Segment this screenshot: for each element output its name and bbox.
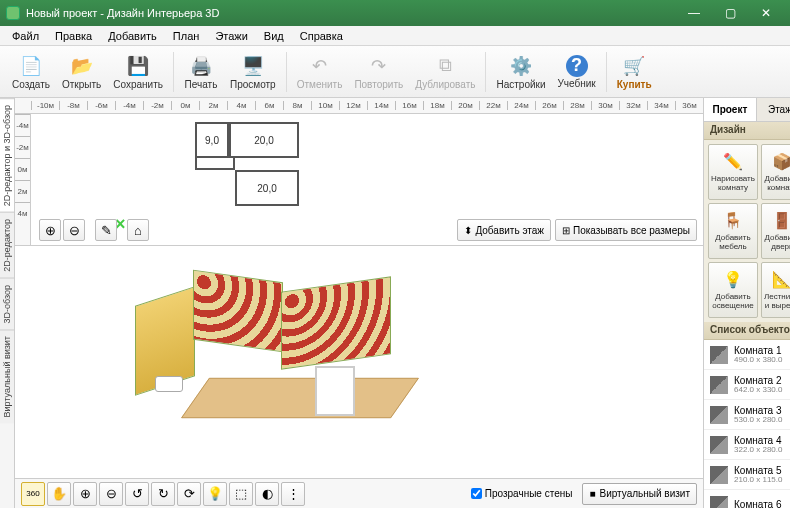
- object-row[interactable]: Комната 6👁: [704, 490, 790, 508]
- object-list: Комната 1490.0 x 380.0👁Комната 2642.0 x …: [704, 340, 790, 508]
- maximize-button[interactable]: ▢: [712, 3, 748, 23]
- room-2d[interactable]: 20,0: [235, 170, 299, 206]
- view-tool-2[interactable]: ⊕: [73, 482, 97, 506]
- vtab-0[interactable]: 2D-редактор и 3D-обзор: [0, 98, 14, 212]
- cube-icon: [710, 346, 728, 364]
- plan-tool-5[interactable]: ⌂: [127, 219, 149, 241]
- plan-tool-3[interactable]: ✎: [95, 219, 117, 241]
- virtual-visit-button[interactable]: ■Виртуальный визит: [582, 483, 697, 505]
- menu-bar: ФайлПравкаДобавитьПланЭтажиВидСправка: [0, 26, 790, 46]
- room-2d[interactable]: 9,0: [195, 122, 229, 158]
- help-icon: ?: [566, 55, 588, 77]
- side-tabs: 2D-редактор и 3D-обзор2D-редактор3D-обзо…: [0, 98, 15, 508]
- object-row[interactable]: Комната 1490.0 x 380.0👁: [704, 340, 790, 370]
- plan-tool-0[interactable]: ⊕: [39, 219, 61, 241]
- design-btn-7[interactable]: 📐Лестницы и вырезы: [761, 262, 790, 318]
- cube-icon: [710, 466, 728, 484]
- menu-Добавить[interactable]: Добавить: [100, 28, 165, 44]
- camera-icon: ■: [589, 488, 595, 499]
- menu-Вид[interactable]: Вид: [256, 28, 292, 44]
- design-btn-3[interactable]: 🪑Добавить мебель: [708, 203, 758, 259]
- object-row[interactable]: Комната 5210.0 x 115.0👁: [704, 460, 790, 490]
- cube-icon: [710, 496, 728, 509]
- settings-icon: ⚙️: [509, 54, 533, 78]
- object-row[interactable]: Комната 3530.0 x 280.0👁: [704, 400, 790, 430]
- toolbar-settings-button[interactable]: ⚙️Настройки: [490, 52, 551, 92]
- new-icon: 📄: [19, 54, 43, 78]
- view-tool-8[interactable]: ⬚: [229, 482, 253, 506]
- plan-tools: ⊕⊖✎⌂: [39, 219, 149, 241]
- floorplan[interactable]: 9,020,020,0: [195, 122, 335, 212]
- menu-План[interactable]: План: [165, 28, 208, 44]
- design-grid: ✏️Нарисовать комнату📦Добавить комнату🧱На…: [704, 140, 790, 322]
- rtab-Этажи[interactable]: Этажи: [757, 98, 790, 121]
- undo-icon: ↶: [308, 54, 332, 78]
- view-tool-4[interactable]: ↺: [125, 482, 149, 506]
- toolbar-undo-button[interactable]: ↶Отменить: [291, 52, 349, 92]
- design-icon-3: 🪑: [722, 210, 744, 232]
- view-tool-7[interactable]: 💡: [203, 482, 227, 506]
- minimize-button[interactable]: —: [676, 3, 712, 23]
- menu-Справка[interactable]: Справка: [292, 28, 351, 44]
- object-row[interactable]: Комната 2642.0 x 330.0👁: [704, 370, 790, 400]
- add-floor-button[interactable]: ⬍Добавить этаж: [457, 219, 551, 241]
- vtab-3[interactable]: Виртуальный визит: [0, 329, 14, 423]
- title-bar: Новый проект - Дизайн Интерьера 3D — ▢ ✕: [0, 0, 790, 26]
- toolbar-preview-button[interactable]: 🖥️Просмотр: [224, 52, 282, 92]
- bottom-toolbar: 360✋⊕⊖↺↻⟳💡⬚◐⋮Прозрачные стены■Виртуальны…: [15, 478, 703, 508]
- show-dimensions-button[interactable]: ⊞Показывать все размеры: [555, 219, 697, 241]
- toolbar-save-button[interactable]: 💾Сохранить: [107, 52, 169, 92]
- plan-2d-view[interactable]: -4м-2м0м2м4м 9,020,020,0 × ⊕⊖✎⌂ ⬍Добавит…: [15, 114, 703, 246]
- view-tool-6[interactable]: ⟳: [177, 482, 201, 506]
- cube-icon: [710, 436, 728, 454]
- design-btn-4[interactable]: 🚪Добавить дверь: [761, 203, 790, 259]
- view-tool-3[interactable]: ⊖: [99, 482, 123, 506]
- ruler-vertical: -4м-2м0м2м4м: [15, 114, 31, 245]
- object-row[interactable]: Комната 4322.0 x 280.0👁: [704, 430, 790, 460]
- objects-header: Список объектов: [704, 322, 790, 340]
- rtab-Проект[interactable]: Проект: [704, 98, 757, 121]
- app-icon: [6, 6, 20, 20]
- vtab-2[interactable]: 3D-обзор: [0, 278, 14, 330]
- room-2d[interactable]: 20,0: [229, 122, 299, 158]
- close-button[interactable]: ✕: [748, 3, 784, 23]
- toolbar-dup-button[interactable]: ⧉Дублировать: [409, 52, 481, 92]
- redo-icon: ↷: [367, 54, 391, 78]
- plan-tool-1[interactable]: ⊖: [63, 219, 85, 241]
- toolbar-open-button[interactable]: 📂Открыть: [56, 52, 107, 92]
- toolbar-print-button[interactable]: 🖨️Печать: [178, 52, 224, 92]
- design-icon-6: 💡: [722, 269, 744, 291]
- view-tool-10[interactable]: ⋮: [281, 482, 305, 506]
- toolbar-help-button[interactable]: ?Учебник: [552, 53, 602, 91]
- view-3d[interactable]: [15, 246, 703, 478]
- window-title: Новый проект - Дизайн Интерьера 3D: [26, 7, 219, 19]
- design-btn-6[interactable]: 💡Добавить освещение: [708, 262, 758, 318]
- design-icon-1: 📦: [771, 151, 790, 173]
- design-icon-7: 📐: [771, 269, 790, 291]
- toolbar-new-button[interactable]: 📄Создать: [6, 52, 56, 92]
- transparent-walls-checkbox[interactable]: Прозрачные стены: [471, 488, 573, 499]
- ruler-horizontal: -10м-8м-6м-4м-2м0м2м4м6м8м10м12м14м16м18…: [15, 98, 703, 114]
- preview-icon: 🖥️: [241, 54, 265, 78]
- vtab-1[interactable]: 2D-редактор: [0, 212, 14, 278]
- save-icon: 💾: [126, 54, 150, 78]
- toolbar-redo-button[interactable]: ↷Повторить: [348, 52, 409, 92]
- view-tool-5[interactable]: ↻: [151, 482, 175, 506]
- buy-icon: 🛒: [622, 54, 646, 78]
- open-icon: 📂: [70, 54, 94, 78]
- render-3d: [135, 266, 455, 446]
- design-icon-0: ✏️: [722, 151, 744, 173]
- view-tool-9[interactable]: ◐: [255, 482, 279, 506]
- right-tabs: ПроектЭтажиСвойства: [704, 98, 790, 122]
- design-btn-1[interactable]: 📦Добавить комнату: [761, 144, 790, 200]
- menu-Файл[interactable]: Файл: [4, 28, 47, 44]
- view-tool-0[interactable]: 360: [21, 482, 45, 506]
- view-tool-1[interactable]: ✋: [47, 482, 71, 506]
- toolbar-buy-button[interactable]: 🛒Купить: [611, 52, 658, 92]
- cube-icon: [710, 376, 728, 394]
- menu-Этажи[interactable]: Этажи: [207, 28, 255, 44]
- cube-icon: [710, 406, 728, 424]
- design-header: Дизайн: [704, 122, 790, 140]
- menu-Правка[interactable]: Правка: [47, 28, 100, 44]
- design-btn-0[interactable]: ✏️Нарисовать комнату: [708, 144, 758, 200]
